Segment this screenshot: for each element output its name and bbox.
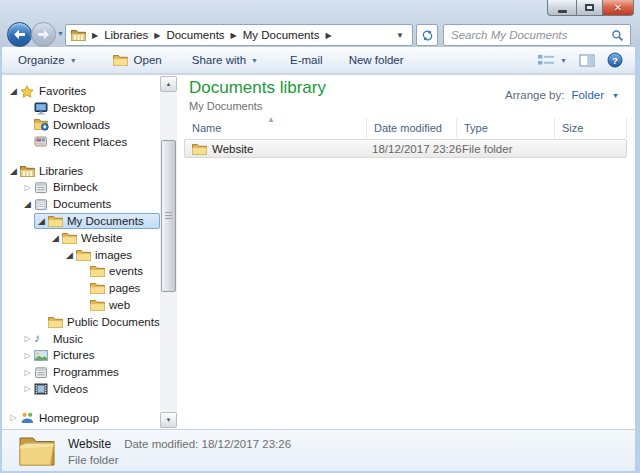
expanded-arrow-icon[interactable]: ◢ (7, 86, 20, 96)
tree-item-label: images (93, 249, 132, 261)
tree-item-public-documents[interactable]: Public Documents (34, 313, 160, 330)
breadcrumb: ▶Libraries▶Documents▶My Documents▶ (86, 29, 338, 41)
details-line-1: Website Date modified: 18/12/2017 23:26 (68, 437, 291, 451)
preview-pane-button[interactable] (579, 54, 595, 67)
open-folder-icon (113, 54, 130, 66)
tree-item-programmes[interactable]: ▷Programmes (20, 364, 160, 381)
chevron-down-icon[interactable]: ▼ (612, 92, 619, 99)
tree-item-label: Birnbeck (51, 181, 98, 193)
scrollbar-thumb[interactable] (161, 140, 176, 292)
search-icon[interactable] (611, 29, 630, 42)
tree-item-documents[interactable]: ◢Documents (20, 196, 160, 213)
tree-item-videos[interactable]: ▷Videos (20, 381, 160, 398)
scroll-down-button[interactable]: ▼ (160, 412, 177, 428)
change-view-button[interactable]: ▼ (537, 53, 567, 67)
homegroup-icon (20, 411, 37, 424)
collapsed-arrow-icon[interactable]: ▷ (7, 413, 20, 422)
collapsed-arrow-icon[interactable]: ▷ (21, 384, 34, 393)
back-button[interactable] (7, 22, 32, 47)
expanded-arrow-icon[interactable]: ◢ (49, 233, 62, 243)
tree-item-music[interactable]: ▷♪Music (20, 330, 160, 347)
libbox-icon (34, 366, 51, 379)
collapsed-arrow-icon[interactable]: ▷ (21, 334, 34, 343)
svg-text:?: ? (612, 55, 618, 66)
explorer-body: ◢FavoritesDesktopDownloadsRecent Places◢… (2, 75, 635, 429)
open-button[interactable]: Open (113, 54, 162, 66)
recent-pages-dropdown[interactable]: ▼ (57, 30, 64, 37)
tree-item-recent-places[interactable]: Recent Places (20, 133, 160, 150)
email-button[interactable]: E-mail (290, 54, 323, 66)
breadcrumb-item-my-documents[interactable]: My Documents (243, 29, 320, 41)
tree-item-libraries[interactable]: ◢Libraries (6, 162, 160, 179)
folder-icon (62, 232, 79, 244)
preview-pane-icon (579, 54, 595, 67)
scrollbar-track[interactable] (160, 92, 177, 412)
search-box[interactable] (443, 24, 631, 46)
command-bar: Organize▼ Open Share with▼ E-mail New fo… (2, 47, 635, 74)
library-subtitle: My Documents (189, 100, 262, 112)
column-header-size[interactable]: Size (555, 118, 627, 138)
file-type: File folder (455, 143, 553, 155)
file-date-modified: 18/12/2017 23:26 (365, 143, 455, 155)
maximize-button[interactable] (576, 0, 603, 16)
column-header-type[interactable]: Type (457, 118, 555, 138)
breadcrumb-separator-icon: ▶ (225, 31, 243, 40)
help-button[interactable]: ? (607, 52, 623, 68)
tree-item-label: Desktop (51, 102, 95, 114)
close-button[interactable]: ✕ (603, 0, 634, 16)
share-with-button[interactable]: Share with▼ (192, 54, 258, 66)
tree-item-downloads[interactable]: Downloads (20, 117, 160, 134)
search-input[interactable] (444, 28, 611, 42)
breadcrumb-item-libraries[interactable]: Libraries (104, 29, 148, 41)
window-controls: ✕ (547, 0, 634, 16)
refresh-button[interactable] (416, 24, 438, 46)
folder-icon (90, 265, 107, 277)
tree-item-label: pages (107, 282, 140, 294)
breadcrumb-item-documents[interactable]: Documents (166, 29, 224, 41)
file-row-website[interactable]: Website18/12/2017 23:26File folder (184, 139, 627, 158)
maximize-icon (585, 4, 594, 11)
details-item-type: File folder (68, 454, 119, 466)
tree-item-images[interactable]: ◢images (62, 246, 160, 263)
collapsed-arrow-icon[interactable]: ▷ (21, 351, 34, 360)
tree-item-label: Recent Places (51, 136, 127, 148)
arrange-by-value[interactable]: Folder (571, 89, 604, 101)
tree-item-pictures[interactable]: ▷Pictures (20, 347, 160, 364)
chevron-down-icon: ▼ (251, 57, 258, 64)
address-dropdown-icon[interactable]: ▼ (396, 31, 412, 40)
tree-item-desktop[interactable]: Desktop (20, 100, 160, 117)
selected-item-folder-icon (17, 433, 57, 473)
forward-button[interactable] (31, 22, 56, 47)
scroll-up-button[interactable]: ▲ (160, 76, 177, 92)
tree-item-website[interactable]: ◢Website (48, 229, 160, 246)
tree-item-label: Libraries (37, 165, 83, 177)
breadcrumb-separator-icon: ▶ (319, 31, 337, 40)
collapsed-arrow-icon[interactable]: ▷ (21, 183, 34, 192)
organize-button[interactable]: Organize▼ (18, 54, 77, 66)
column-header-date-modified[interactable]: Date modified (367, 118, 457, 138)
collapsed-arrow-icon[interactable]: ▷ (21, 368, 34, 377)
sidebar-scrollbar[interactable]: ▲ ▼ (160, 76, 177, 428)
new-folder-button[interactable]: New folder (349, 54, 404, 66)
expanded-arrow-icon[interactable]: ◢ (63, 250, 76, 260)
column-header-name[interactable]: Name (185, 118, 367, 138)
tree-item-homegroup[interactable]: ▷Homegroup (6, 409, 160, 426)
tree-item-web[interactable]: web (76, 297, 160, 314)
download-icon (34, 118, 51, 131)
refresh-icon (421, 29, 434, 42)
close-icon: ✕ (614, 2, 622, 13)
tree-item-birnbeck[interactable]: ▷Birnbeck (20, 179, 160, 196)
tree-item-my-documents[interactable]: ◢My Documents (34, 213, 160, 230)
address-bar[interactable]: ▶Libraries▶Documents▶My Documents▶ ▼ (65, 24, 413, 46)
minimize-button[interactable] (547, 0, 576, 16)
tree-item-favorites[interactable]: ◢Favorites (6, 83, 160, 100)
music-icon: ♪ (34, 333, 51, 344)
tree-item-events[interactable]: events (76, 263, 160, 280)
tree-item-label: Public Documents (65, 316, 160, 328)
expanded-arrow-icon[interactable]: ◢ (7, 166, 20, 176)
tree-item-label: web (107, 299, 130, 311)
folder-icon (192, 143, 212, 155)
tree-item-pages[interactable]: pages (76, 280, 160, 297)
expanded-arrow-icon[interactable]: ◢ (21, 199, 34, 209)
expanded-arrow-icon[interactable]: ◢ (35, 216, 48, 226)
